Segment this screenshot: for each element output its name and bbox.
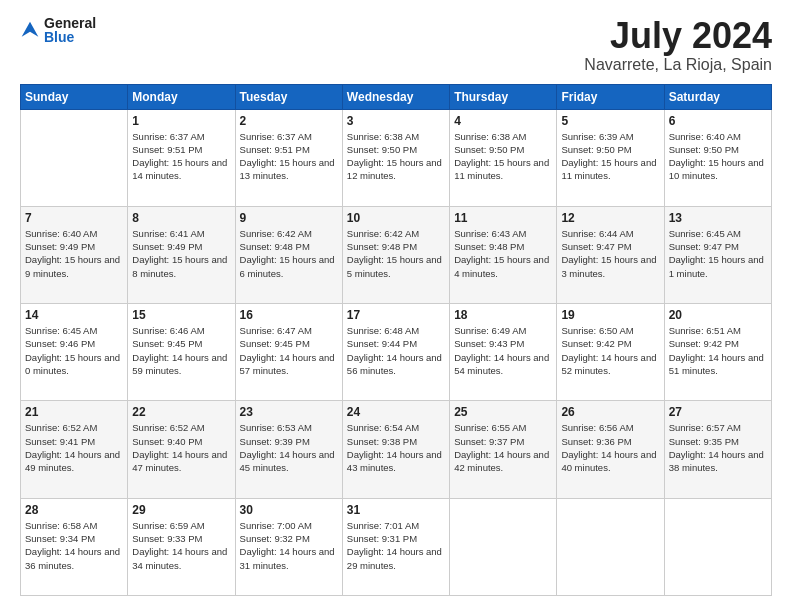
calendar-day-cell <box>557 498 664 595</box>
day-number: 23 <box>240 405 338 419</box>
month-year-title: July 2024 <box>584 16 772 56</box>
calendar-week-row: 1Sunrise: 6:37 AMSunset: 9:51 PMDaylight… <box>21 109 772 206</box>
day-number: 8 <box>132 211 230 225</box>
day-info: Sunrise: 6:49 AMSunset: 9:43 PMDaylight:… <box>454 324 552 377</box>
day-number: 31 <box>347 503 445 517</box>
day-number: 7 <box>25 211 123 225</box>
calendar-day-cell: 15Sunrise: 6:46 AMSunset: 9:45 PMDayligh… <box>128 304 235 401</box>
calendar-day-cell: 17Sunrise: 6:48 AMSunset: 9:44 PMDayligh… <box>342 304 449 401</box>
calendar-week-row: 7Sunrise: 6:40 AMSunset: 9:49 PMDaylight… <box>21 206 772 303</box>
logo-blue-text: Blue <box>44 30 96 44</box>
calendar-day-cell: 4Sunrise: 6:38 AMSunset: 9:50 PMDaylight… <box>450 109 557 206</box>
day-info: Sunrise: 6:40 AMSunset: 9:50 PMDaylight:… <box>669 130 767 183</box>
day-info: Sunrise: 6:51 AMSunset: 9:42 PMDaylight:… <box>669 324 767 377</box>
calendar-day-cell: 8Sunrise: 6:41 AMSunset: 9:49 PMDaylight… <box>128 206 235 303</box>
calendar-day-cell: 12Sunrise: 6:44 AMSunset: 9:47 PMDayligh… <box>557 206 664 303</box>
calendar-day-cell: 5Sunrise: 6:39 AMSunset: 9:50 PMDaylight… <box>557 109 664 206</box>
day-info: Sunrise: 6:57 AMSunset: 9:35 PMDaylight:… <box>669 421 767 474</box>
day-number: 16 <box>240 308 338 322</box>
logo-icon <box>20 20 40 40</box>
day-info: Sunrise: 6:37 AMSunset: 9:51 PMDaylight:… <box>132 130 230 183</box>
calendar-day-cell: 31Sunrise: 7:01 AMSunset: 9:31 PMDayligh… <box>342 498 449 595</box>
day-number: 10 <box>347 211 445 225</box>
calendar-day-cell: 19Sunrise: 6:50 AMSunset: 9:42 PMDayligh… <box>557 304 664 401</box>
day-number: 12 <box>561 211 659 225</box>
day-number: 14 <box>25 308 123 322</box>
calendar-day-cell <box>21 109 128 206</box>
calendar-weekday-header: Thursday <box>450 84 557 109</box>
calendar-day-cell: 7Sunrise: 6:40 AMSunset: 9:49 PMDaylight… <box>21 206 128 303</box>
logo: General Blue <box>20 16 96 44</box>
day-info: Sunrise: 6:50 AMSunset: 9:42 PMDaylight:… <box>561 324 659 377</box>
calendar-day-cell: 21Sunrise: 6:52 AMSunset: 9:41 PMDayligh… <box>21 401 128 498</box>
calendar-day-cell: 20Sunrise: 6:51 AMSunset: 9:42 PMDayligh… <box>664 304 771 401</box>
day-info: Sunrise: 6:38 AMSunset: 9:50 PMDaylight:… <box>454 130 552 183</box>
calendar-day-cell: 26Sunrise: 6:56 AMSunset: 9:36 PMDayligh… <box>557 401 664 498</box>
calendar-day-cell: 18Sunrise: 6:49 AMSunset: 9:43 PMDayligh… <box>450 304 557 401</box>
day-number: 20 <box>669 308 767 322</box>
day-number: 13 <box>669 211 767 225</box>
day-info: Sunrise: 6:44 AMSunset: 9:47 PMDaylight:… <box>561 227 659 280</box>
calendar-day-cell: 29Sunrise: 6:59 AMSunset: 9:33 PMDayligh… <box>128 498 235 595</box>
day-info: Sunrise: 6:52 AMSunset: 9:40 PMDaylight:… <box>132 421 230 474</box>
day-number: 11 <box>454 211 552 225</box>
calendar-week-row: 14Sunrise: 6:45 AMSunset: 9:46 PMDayligh… <box>21 304 772 401</box>
day-number: 3 <box>347 114 445 128</box>
day-info: Sunrise: 6:54 AMSunset: 9:38 PMDaylight:… <box>347 421 445 474</box>
day-info: Sunrise: 6:56 AMSunset: 9:36 PMDaylight:… <box>561 421 659 474</box>
calendar-day-cell: 11Sunrise: 6:43 AMSunset: 9:48 PMDayligh… <box>450 206 557 303</box>
svg-marker-0 <box>22 22 39 37</box>
day-number: 28 <box>25 503 123 517</box>
calendar-weekday-header: Saturday <box>664 84 771 109</box>
calendar-day-cell: 1Sunrise: 6:37 AMSunset: 9:51 PMDaylight… <box>128 109 235 206</box>
calendar-weekday-header: Wednesday <box>342 84 449 109</box>
day-info: Sunrise: 6:43 AMSunset: 9:48 PMDaylight:… <box>454 227 552 280</box>
day-info: Sunrise: 6:55 AMSunset: 9:37 PMDaylight:… <box>454 421 552 474</box>
title-block: July 2024 Navarrete, La Rioja, Spain <box>584 16 772 74</box>
day-info: Sunrise: 6:47 AMSunset: 9:45 PMDaylight:… <box>240 324 338 377</box>
calendar-day-cell: 6Sunrise: 6:40 AMSunset: 9:50 PMDaylight… <box>664 109 771 206</box>
day-number: 22 <box>132 405 230 419</box>
day-number: 27 <box>669 405 767 419</box>
location-text: Navarrete, La Rioja, Spain <box>584 56 772 74</box>
calendar-day-cell: 3Sunrise: 6:38 AMSunset: 9:50 PMDaylight… <box>342 109 449 206</box>
day-info: Sunrise: 6:45 AMSunset: 9:47 PMDaylight:… <box>669 227 767 280</box>
day-info: Sunrise: 6:59 AMSunset: 9:33 PMDaylight:… <box>132 519 230 572</box>
calendar-weekday-header: Monday <box>128 84 235 109</box>
day-info: Sunrise: 6:39 AMSunset: 9:50 PMDaylight:… <box>561 130 659 183</box>
day-number: 24 <box>347 405 445 419</box>
day-info: Sunrise: 6:42 AMSunset: 9:48 PMDaylight:… <box>347 227 445 280</box>
day-number: 29 <box>132 503 230 517</box>
day-info: Sunrise: 6:41 AMSunset: 9:49 PMDaylight:… <box>132 227 230 280</box>
day-info: Sunrise: 6:45 AMSunset: 9:46 PMDaylight:… <box>25 324 123 377</box>
day-info: Sunrise: 6:52 AMSunset: 9:41 PMDaylight:… <box>25 421 123 474</box>
day-number: 18 <box>454 308 552 322</box>
calendar-day-cell: 24Sunrise: 6:54 AMSunset: 9:38 PMDayligh… <box>342 401 449 498</box>
day-number: 21 <box>25 405 123 419</box>
day-info: Sunrise: 6:38 AMSunset: 9:50 PMDaylight:… <box>347 130 445 183</box>
day-info: Sunrise: 6:46 AMSunset: 9:45 PMDaylight:… <box>132 324 230 377</box>
day-info: Sunrise: 7:01 AMSunset: 9:31 PMDaylight:… <box>347 519 445 572</box>
calendar-header-row: SundayMondayTuesdayWednesdayThursdayFrid… <box>21 84 772 109</box>
calendar-week-row: 21Sunrise: 6:52 AMSunset: 9:41 PMDayligh… <box>21 401 772 498</box>
day-info: Sunrise: 6:37 AMSunset: 9:51 PMDaylight:… <box>240 130 338 183</box>
calendar-day-cell <box>664 498 771 595</box>
calendar-day-cell: 30Sunrise: 7:00 AMSunset: 9:32 PMDayligh… <box>235 498 342 595</box>
calendar-weekday-header: Friday <box>557 84 664 109</box>
calendar-day-cell: 13Sunrise: 6:45 AMSunset: 9:47 PMDayligh… <box>664 206 771 303</box>
day-number: 6 <box>669 114 767 128</box>
calendar-day-cell: 2Sunrise: 6:37 AMSunset: 9:51 PMDaylight… <box>235 109 342 206</box>
calendar-day-cell <box>450 498 557 595</box>
calendar-day-cell: 25Sunrise: 6:55 AMSunset: 9:37 PMDayligh… <box>450 401 557 498</box>
header: General Blue July 2024 Navarrete, La Rio… <box>20 16 772 74</box>
day-info: Sunrise: 6:48 AMSunset: 9:44 PMDaylight:… <box>347 324 445 377</box>
day-info: Sunrise: 6:53 AMSunset: 9:39 PMDaylight:… <box>240 421 338 474</box>
day-info: Sunrise: 7:00 AMSunset: 9:32 PMDaylight:… <box>240 519 338 572</box>
day-info: Sunrise: 6:58 AMSunset: 9:34 PMDaylight:… <box>25 519 123 572</box>
day-number: 17 <box>347 308 445 322</box>
day-number: 9 <box>240 211 338 225</box>
day-number: 5 <box>561 114 659 128</box>
day-number: 25 <box>454 405 552 419</box>
logo-name: General Blue <box>44 16 96 44</box>
logo-general-text: General <box>44 16 96 30</box>
